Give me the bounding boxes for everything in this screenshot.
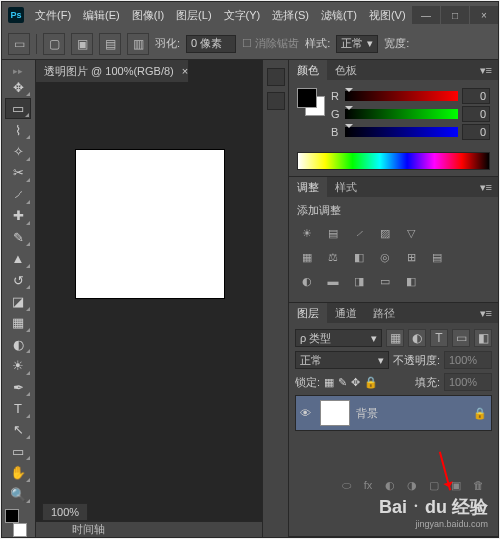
layer-filter-dropdown[interactable]: ρ 类型▾ (295, 329, 382, 347)
intersect-selection-icon[interactable]: ▥ (127, 33, 149, 55)
color-swatches[interactable] (5, 509, 31, 537)
curves-icon[interactable]: ⟋ (349, 224, 369, 242)
stamp-tool[interactable]: ▲ (5, 248, 31, 268)
panel-color-swatches[interactable] (297, 88, 325, 116)
layer-fx-icon[interactable]: fx (360, 477, 376, 493)
threshold-icon[interactable]: ◨ (349, 272, 369, 290)
blur-tool[interactable]: ◐ (5, 334, 31, 354)
brightness-icon[interactable]: ☀ (297, 224, 317, 242)
history-panel-icon[interactable] (267, 68, 285, 86)
lock-paint-icon[interactable]: ✎ (338, 376, 347, 389)
lookup-icon[interactable]: ▤ (427, 248, 447, 266)
hue-icon[interactable]: ▦ (297, 248, 317, 266)
tab-channels[interactable]: 通道 (327, 303, 365, 324)
menu-type[interactable]: 文字(Y) (219, 5, 266, 26)
posterize-icon[interactable]: ▬ (323, 272, 343, 290)
shape-tool[interactable]: ▭ (5, 441, 31, 461)
layer-mask-icon[interactable]: ◐ (382, 477, 398, 493)
brush-tool[interactable]: ✎ (5, 227, 31, 247)
balance-icon[interactable]: ⚖ (323, 248, 343, 266)
style-dropdown[interactable]: 正常▾ (336, 35, 378, 53)
tab-close-icon[interactable]: × (182, 65, 188, 77)
gradient-map-icon[interactable]: ▭ (375, 272, 395, 290)
link-layers-icon[interactable]: ⬭ (338, 477, 354, 493)
zoom-field[interactable]: 100% (42, 503, 88, 521)
tab-swatches[interactable]: 色板 (327, 60, 365, 81)
r-slider[interactable] (345, 91, 458, 101)
layer-row[interactable]: 👁 背景 🔒 (295, 395, 492, 431)
tool-grip-icon[interactable]: ▸▸ (5, 66, 35, 76)
visibility-icon[interactable]: 👁 (300, 407, 314, 419)
r-value[interactable]: 0 (462, 88, 490, 104)
panel-menu-icon[interactable]: ▾≡ (474, 181, 498, 194)
fg-color[interactable] (297, 88, 317, 108)
photo-filter-icon[interactable]: ◎ (375, 248, 395, 266)
menu-image[interactable]: 图像(I) (127, 5, 169, 26)
eyedropper-tool[interactable]: ⟋ (5, 184, 31, 204)
g-slider[interactable] (345, 109, 458, 119)
panel-menu-icon[interactable]: ▾≡ (474, 307, 498, 320)
lock-move-icon[interactable]: ✥ (351, 376, 360, 389)
vibrance-icon[interactable]: ▽ (401, 224, 421, 242)
crop-tool[interactable]: ✂ (5, 163, 31, 183)
type-tool[interactable]: T (5, 398, 31, 418)
gradient-tool[interactable]: ▦ (5, 313, 31, 333)
tool-preset-icon[interactable]: ▭ (8, 33, 30, 55)
lasso-tool[interactable]: ⌇ (5, 120, 31, 140)
wand-tool[interactable]: ✧ (5, 141, 31, 161)
layer-name[interactable]: 背景 (356, 406, 378, 421)
tab-adjustments[interactable]: 调整 (289, 177, 327, 198)
new-selection-icon[interactable]: ▢ (43, 33, 65, 55)
menu-edit[interactable]: 编辑(E) (78, 5, 125, 26)
fill-field[interactable]: 100% (444, 373, 492, 391)
close-button[interactable]: × (470, 6, 498, 24)
background-swatch[interactable] (13, 523, 27, 537)
opacity-field[interactable]: 100% (444, 351, 492, 369)
zoom-tool[interactable]: 🔍 (5, 484, 31, 504)
lock-trans-icon[interactable]: ▦ (324, 376, 334, 389)
path-tool[interactable]: ↖ (5, 420, 31, 440)
add-selection-icon[interactable]: ▣ (71, 33, 93, 55)
tab-paths[interactable]: 路径 (365, 303, 403, 324)
blend-mode-dropdown[interactable]: 正常▾ (295, 351, 389, 369)
b-slider[interactable] (345, 127, 458, 137)
b-value[interactable]: 0 (462, 124, 490, 140)
hand-tool[interactable]: ✋ (5, 462, 31, 482)
document-tab[interactable]: 透明图片 @ 100%(RGB/8) × (36, 60, 189, 82)
feather-field[interactable] (186, 35, 236, 53)
selective-icon[interactable]: ◧ (401, 272, 421, 290)
mixer-icon[interactable]: ⊞ (401, 248, 421, 266)
marquee-tool[interactable]: ▭ (5, 98, 31, 119)
menu-filter[interactable]: 滤镜(T) (316, 5, 362, 26)
history-brush-tool[interactable]: ↺ (5, 270, 31, 290)
properties-panel-icon[interactable] (267, 92, 285, 110)
minimize-button[interactable]: — (412, 6, 440, 24)
menu-file[interactable]: 文件(F) (30, 5, 76, 26)
color-spectrum[interactable] (297, 152, 490, 170)
panel-menu-icon[interactable]: ▾≡ (474, 64, 498, 77)
eraser-tool[interactable]: ◪ (5, 291, 31, 311)
pen-tool[interactable]: ✒ (5, 377, 31, 397)
levels-icon[interactable]: ▤ (323, 224, 343, 242)
exposure-icon[interactable]: ▨ (375, 224, 395, 242)
invert-icon[interactable]: ◐ (297, 272, 317, 290)
menu-view[interactable]: 视图(V) (364, 5, 411, 26)
subtract-selection-icon[interactable]: ▤ (99, 33, 121, 55)
filter-type-icon[interactable]: T (430, 329, 448, 347)
maximize-button[interactable]: □ (441, 6, 469, 24)
filter-shape-icon[interactable]: ▭ (452, 329, 470, 347)
new-adjust-icon[interactable]: ◑ (404, 477, 420, 493)
bw-icon[interactable]: ◧ (349, 248, 369, 266)
layer-thumbnail[interactable] (320, 400, 350, 426)
lock-all-icon[interactable]: 🔒 (364, 376, 378, 389)
menu-layer[interactable]: 图层(L) (171, 5, 216, 26)
timeline-panel[interactable]: 时间轴 (36, 521, 262, 537)
delete-layer-icon[interactable]: 🗑 (470, 477, 486, 493)
foreground-swatch[interactable] (5, 509, 19, 523)
healing-tool[interactable]: ✚ (5, 206, 31, 226)
canvas[interactable] (76, 150, 224, 298)
tab-color[interactable]: 颜色 (289, 60, 327, 81)
move-tool[interactable]: ✥ (5, 77, 31, 97)
tab-layers[interactable]: 图层 (289, 303, 327, 324)
filter-pixel-icon[interactable]: ▦ (386, 329, 404, 347)
